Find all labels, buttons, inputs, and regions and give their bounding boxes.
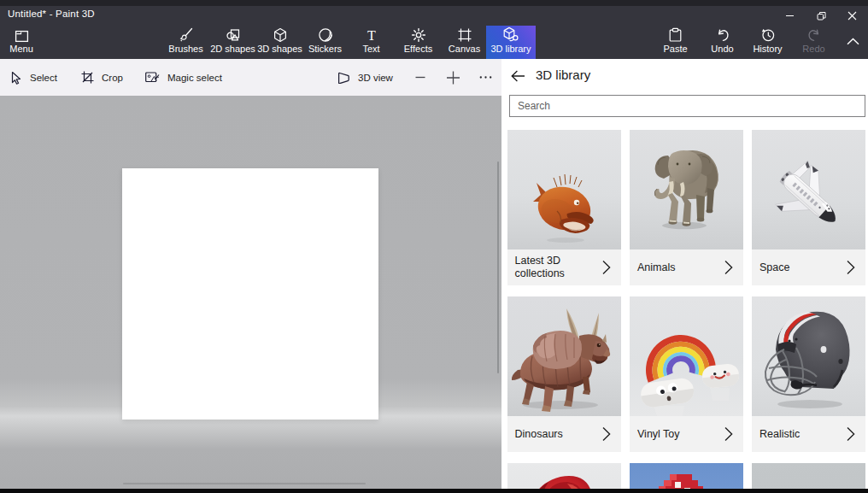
redo-button[interactable]: Redo bbox=[790, 24, 837, 59]
window-title: Untitled* - Paint 3D bbox=[8, 9, 95, 19]
dinosaurs-thumbnail bbox=[507, 296, 621, 416]
animals-thumbnail bbox=[630, 130, 743, 249]
menu-button[interactable]: Menu bbox=[0, 24, 43, 59]
edit-toolbar: Select Crop Magic select 3D view bbox=[0, 59, 502, 96]
paste-icon bbox=[668, 24, 683, 43]
tab-label: Canvas bbox=[449, 44, 480, 55]
title-bar: Untitled* - Paint 3D bbox=[0, 6, 868, 24]
chevron-right-icon[interactable] bbox=[598, 426, 615, 443]
magic-select-tool[interactable]: Magic select bbox=[145, 59, 222, 96]
canvas-workspace[interactable] bbox=[0, 96, 502, 489]
undo-button[interactable]: Undo bbox=[699, 24, 746, 59]
collapse-ribbon-button[interactable] bbox=[839, 24, 866, 59]
tab-brushes[interactable]: Brushes bbox=[162, 24, 209, 59]
crop-icon bbox=[81, 71, 94, 84]
text-icon: T bbox=[364, 24, 379, 43]
search-input[interactable] bbox=[509, 95, 865, 117]
card-label-bar: Realistic bbox=[752, 416, 865, 452]
crop-label: Crop bbox=[102, 73, 123, 83]
maximize-button[interactable] bbox=[806, 6, 837, 25]
history-icon bbox=[760, 24, 776, 43]
magic-select-label: Magic select bbox=[167, 73, 222, 83]
brushes-icon bbox=[179, 24, 194, 43]
minus-icon bbox=[415, 71, 425, 84]
window-bottom-edge bbox=[0, 489, 868, 493]
restore-icon bbox=[817, 11, 826, 21]
2d-shapes-icon bbox=[226, 24, 241, 43]
action-label: Paste bbox=[663, 44, 687, 55]
card-label: Dinosaurs bbox=[515, 416, 563, 452]
more-options-button[interactable] bbox=[479, 59, 492, 96]
back-button[interactable] bbox=[507, 66, 528, 86]
close-icon bbox=[847, 11, 857, 21]
chevron-right-icon[interactable] bbox=[598, 259, 615, 276]
magic-select-icon bbox=[145, 71, 160, 84]
vinyl-toy-thumbnail bbox=[630, 296, 743, 416]
tab-canvas[interactable]: Canvas bbox=[441, 24, 488, 59]
card-space[interactable]: Space bbox=[752, 130, 865, 285]
tab-label: Stickers bbox=[308, 44, 342, 55]
window-top-edge bbox=[0, 0, 868, 6]
panel-header: 3D library bbox=[501, 59, 868, 96]
svg-text:T: T bbox=[367, 28, 376, 43]
history-button[interactable]: History bbox=[744, 24, 791, 59]
tab-label: Effects bbox=[404, 44, 432, 55]
plus-icon bbox=[447, 71, 460, 85]
canvas-icon bbox=[457, 24, 472, 43]
card-animals[interactable]: Animals bbox=[630, 130, 743, 285]
tab-label: 2D shapes bbox=[210, 44, 255, 55]
3d-shapes-icon bbox=[273, 24, 288, 43]
card-label: Latest 3D collections bbox=[515, 249, 596, 285]
paint3d-window: Untitled* - Paint 3D Menu bbox=[0, 0, 868, 489]
header: Untitled* - Paint 3D Menu bbox=[0, 0, 868, 59]
tab-text[interactable]: T Text bbox=[348, 24, 395, 59]
card-label: Space bbox=[760, 249, 789, 285]
action-label: Undo bbox=[711, 44, 733, 55]
tab-label: Brushes bbox=[168, 44, 202, 55]
minimize-button[interactable] bbox=[774, 6, 806, 25]
stickers-icon bbox=[318, 24, 333, 43]
chevron-right-icon[interactable] bbox=[842, 259, 859, 276]
latest-3d-collections-thumbnail bbox=[507, 130, 621, 249]
tab-label: 3D library bbox=[490, 44, 531, 55]
tab-3d-shapes[interactable]: 3D shapes bbox=[256, 24, 303, 59]
menu-icon bbox=[15, 24, 29, 43]
chevron-up-icon bbox=[847, 38, 859, 45]
select-label: Select bbox=[30, 73, 57, 83]
3d-view-label: 3D view bbox=[358, 73, 393, 83]
zoom-out-button[interactable] bbox=[415, 59, 425, 96]
effects-icon bbox=[411, 24, 426, 43]
tab-2d-shapes[interactable]: 2D shapes bbox=[209, 24, 256, 59]
tab-3d-library[interactable]: 3D library bbox=[486, 24, 536, 59]
3d-view-icon bbox=[337, 71, 350, 84]
minimize-icon bbox=[785, 11, 795, 21]
drawing-canvas[interactable] bbox=[122, 168, 378, 420]
ellipsis-icon bbox=[479, 75, 492, 79]
card-latest-3d-collections[interactable]: Latest 3D collections bbox=[507, 130, 621, 285]
card-label-bar: Dinosaurs bbox=[507, 416, 621, 452]
card-realistic[interactable]: Realistic bbox=[752, 296, 865, 452]
menu-label: Menu bbox=[9, 44, 33, 55]
tab-stickers[interactable]: Stickers bbox=[302, 24, 349, 59]
close-button[interactable] bbox=[836, 6, 868, 25]
realistic-thumbnail bbox=[752, 296, 865, 416]
chevron-right-icon[interactable] bbox=[720, 426, 737, 443]
card-dinosaurs[interactable]: Dinosaurs bbox=[507, 296, 621, 452]
crop-tool[interactable]: Crop bbox=[81, 59, 123, 96]
card-label-bar: Animals bbox=[630, 249, 743, 285]
select-tool[interactable]: Select bbox=[10, 59, 57, 96]
tab-effects[interactable]: Effects bbox=[395, 24, 442, 59]
redo-icon bbox=[806, 24, 822, 43]
chevron-right-icon[interactable] bbox=[720, 259, 737, 276]
action-label: Redo bbox=[802, 44, 824, 55]
zoom-in-button[interactable] bbox=[447, 59, 460, 96]
card-label-bar: Latest 3D collections bbox=[507, 249, 621, 285]
card-vinyl-toy[interactable]: Vinyl Toy bbox=[630, 296, 743, 452]
card-label: Animals bbox=[637, 249, 675, 285]
vertical-scrollbar[interactable] bbox=[497, 161, 499, 373]
3d-view-tool[interactable]: 3D view bbox=[337, 59, 393, 96]
horizontal-scrollbar[interactable] bbox=[123, 483, 366, 484]
chevron-right-icon[interactable] bbox=[842, 426, 859, 443]
paste-button[interactable]: Paste bbox=[652, 24, 699, 59]
3d-library-panel: 3D library bbox=[501, 59, 868, 489]
